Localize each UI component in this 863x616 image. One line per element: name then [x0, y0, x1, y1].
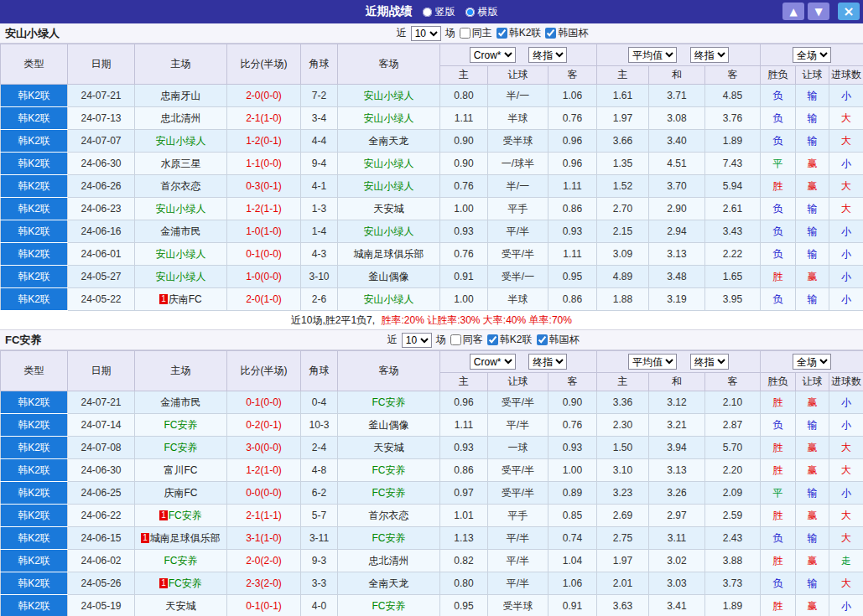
match-row: 韩K2联24-06-30富川FC1-2(1-0)4-8FC安养0.86受平/半1… [1, 459, 863, 482]
score-cell: 2-0(1-0) [227, 288, 301, 311]
layout-vertical-option[interactable]: 竖版 [423, 5, 455, 19]
league-type-cell: 韩K2联 [1, 482, 68, 505]
recent-count-select[interactable]: 10 [402, 333, 432, 348]
recent-count-select[interactable]: 10 [411, 26, 441, 41]
scroll-up-button[interactable]: ▲ [782, 3, 804, 20]
handicap-result-cell: 输 [796, 107, 829, 130]
away-team-name: 安山小绿人 [364, 180, 414, 192]
outcome-cell: 胜 [761, 437, 796, 459]
matches-tbody: 韩K2联24-07-21金浦市民0-1(0-0)0-4FC安养0.96受平/半0… [1, 391, 863, 616]
final-odds-select[interactable]: 终指 [528, 354, 567, 370]
col-outcome: 胜负 [761, 373, 796, 391]
down-arrow-icon: ▼ [814, 6, 822, 18]
final-odds-select[interactable]: 终指 [690, 354, 729, 370]
europe-draw-odds: 3.41 [649, 595, 705, 616]
europe-away-odds: 7.43 [705, 153, 761, 175]
home-team-cell: 安山小绿人 [135, 266, 227, 288]
korean-cup-filter[interactable]: 韩国杯 [545, 26, 588, 40]
col-away: 客场 [338, 44, 440, 85]
goals-result-cell: 小 [829, 85, 863, 107]
home-team-name: 天安城 [166, 600, 196, 612]
up-arrow-icon: ▲ [789, 6, 797, 18]
goals-result-cell: 大 [829, 437, 863, 459]
goals-result-cell: 小 [829, 288, 863, 311]
scope-select[interactable]: 全场 [793, 47, 831, 63]
handicap-home-odds: 0.90 [440, 130, 488, 153]
home-team-name: 庆南FC [169, 293, 202, 305]
outcome-cell: 胜 [761, 550, 796, 572]
col-handicap-line: 让球 [488, 66, 548, 85]
games-label: 场 [436, 333, 446, 347]
europe-away-odds: 3.76 [705, 107, 761, 130]
europe-home-odds: 3.09 [597, 243, 649, 266]
league-type-cell: 韩K2联 [1, 527, 68, 550]
handicap-away-odds: 1.11 [548, 243, 597, 266]
scroll-down-button[interactable]: ▼ [808, 3, 829, 20]
recent-label: 近 [387, 333, 398, 347]
scope-select[interactable]: 全场 [793, 354, 831, 370]
bookmaker-select[interactable]: Crow* [470, 354, 516, 370]
outcome-cell: 胜 [761, 595, 796, 616]
league-k2-checkbox[interactable] [496, 28, 507, 39]
europe-home-odds: 2.15 [597, 220, 649, 243]
league-type-cell: 韩K2联 [1, 391, 68, 414]
outcome-cell: 胜 [761, 266, 796, 288]
goals-result-cell: 大 [829, 107, 863, 130]
home-team-cell: 忠南牙山 [135, 85, 227, 107]
red-card-badge: 1 [159, 578, 168, 588]
handicap-line: 半球 [488, 288, 548, 311]
handicap-result-cell: 赢 [796, 550, 829, 572]
average-odds-select[interactable]: 平均值 [628, 47, 677, 63]
korean-cup-filter[interactable]: 韩国杯 [537, 333, 580, 347]
away-team-name: 釜山偶像 [369, 419, 409, 431]
europe-home-odds: 3.66 [597, 130, 649, 153]
europe-away-odds: 3.43 [705, 220, 761, 243]
layout-horizontal-option[interactable]: 横版 [465, 5, 498, 19]
corner-score-cell: 4-3 [301, 243, 338, 266]
same-venue-filter[interactable]: 同客 [450, 333, 483, 347]
handicap-result-cell: 输 [796, 572, 829, 595]
europe-draw-odds: 4.51 [649, 153, 705, 175]
away-team-name: 全南天龙 [369, 135, 409, 147]
league-k2-filter[interactable]: 韩K2联 [487, 333, 533, 347]
away-team-cell: 首尔衣恋 [338, 505, 440, 527]
col-handicap-away: 客 [548, 66, 597, 85]
goals-result-cell: 大 [829, 130, 863, 153]
same-venue-filter[interactable]: 同主 [460, 26, 492, 40]
home-team-cell: 庆南FC [135, 482, 227, 505]
corner-score-cell: 7-2 [301, 85, 338, 107]
handicap-home-odds: 0.76 [440, 175, 488, 198]
handicap-line: 受半/一 [488, 266, 548, 288]
col-outcome: 胜负 [761, 66, 796, 85]
league-k2-filter[interactable]: 韩K2联 [496, 26, 542, 40]
away-team-cell: 安山小绿人 [338, 85, 440, 107]
europe-draw-odds: 3.21 [649, 414, 705, 437]
europe-away-odds: 4.85 [705, 85, 761, 107]
away-team-cell: FC安养 [338, 391, 440, 414]
bookmaker-select[interactable]: Crow* [470, 47, 516, 63]
handicap-result-cell: 赢 [796, 595, 829, 616]
away-team-cell: 天安城 [338, 437, 440, 459]
summary-row: 近10场,胜2平1负7, 胜率:20% 让胜率:30% 大率:40% 单率:70… [0, 311, 863, 330]
summary-rates: 胜率:20% 让胜率:30% 大率:40% 单率:70% [381, 314, 571, 326]
korean-cup-checkbox[interactable] [537, 334, 548, 345]
corner-score-cell: 9-4 [301, 153, 338, 175]
same-venue-checkbox[interactable] [460, 28, 470, 39]
korean-cup-checkbox[interactable] [545, 28, 556, 39]
final-odds-select[interactable]: 终指 [528, 47, 567, 63]
outcome-cell: 负 [761, 220, 796, 243]
handicap-home-odds: 1.00 [440, 288, 488, 311]
league-k2-checkbox[interactable] [487, 334, 498, 345]
match-row: 韩K2联24-05-261FC安养2-3(2-0)3-3全南天龙0.80平/半1… [1, 572, 863, 595]
europe-home-odds: 1.50 [597, 437, 649, 459]
handicap-result-cell: 赢 [796, 505, 829, 527]
goals-result-cell: 小 [829, 266, 863, 288]
window-title: 近期战绩 [366, 4, 413, 19]
league-type-cell: 韩K2联 [1, 505, 68, 527]
average-odds-select[interactable]: 平均值 [628, 354, 677, 370]
same-venue-checkbox[interactable] [450, 334, 461, 345]
final-odds-select[interactable]: 终指 [690, 47, 729, 63]
handicap-away-odds: 0.89 [548, 482, 597, 505]
handicap-result-cell: 输 [796, 414, 829, 437]
close-button[interactable]: × [838, 3, 860, 20]
